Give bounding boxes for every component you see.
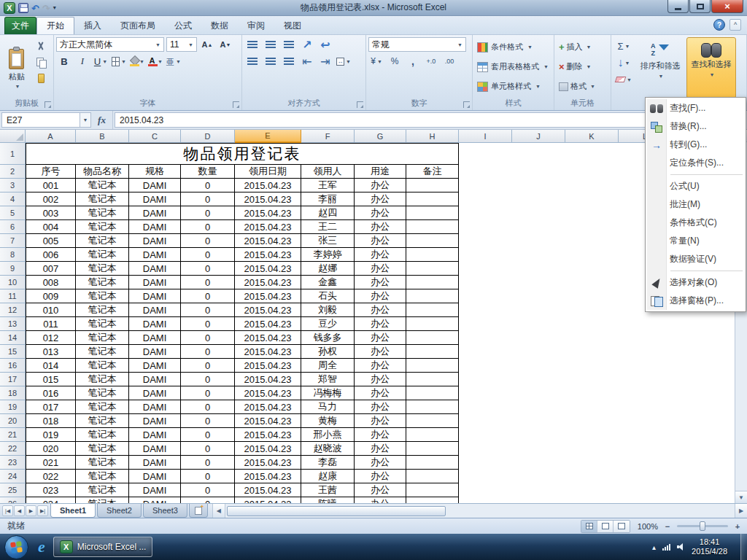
cell-F23[interactable]: 李磊 [301,456,355,470]
cell-E11[interactable]: 2015.04.23 [235,289,301,303]
row-header-21[interactable]: 21 [0,428,26,442]
cell-F24[interactable]: 赵康 [301,470,355,483]
cell-E22[interactable]: 2015.04.23 [235,442,301,456]
menu-item-goto-special[interactable]: 定位条件(S)... [647,154,744,172]
align-right-button[interactable] [281,54,297,69]
cell-B12[interactable]: 笔记本 [76,303,129,317]
cell-B13[interactable]: 笔记本 [76,317,129,331]
menu-item-selection-pane[interactable]: 选择窗格(P)... [647,292,744,310]
cell-D15[interactable]: 0 [181,345,235,359]
cell-C8[interactable]: DAMI [129,248,181,262]
cell-A4[interactable]: 002 [26,192,76,206]
row-header-13[interactable]: 13 [0,317,26,331]
ribbon-tab[interactable]: 审阅 [238,17,274,34]
cell-D18[interactable]: 0 [181,386,235,400]
clear-button[interactable]: ▼ [614,72,634,87]
cell-E18[interactable]: 2015.04.23 [235,386,301,400]
row-header-25[interactable]: 25 [0,483,26,497]
hidden-icons-arrow-icon[interactable]: ▴ [652,543,656,551]
cell-G13[interactable]: 办公 [355,317,406,331]
cell-F9[interactable]: 赵娜 [301,262,355,276]
cell-G21[interactable]: 办公 [355,428,406,442]
cell-B3[interactable]: 笔记本 [76,179,129,192]
format-cells-button[interactable]: 格式▼ [557,77,608,96]
cell-E4[interactable]: 2015.04.23 [235,192,301,206]
cell-F20[interactable]: 黄梅 [301,414,355,428]
cell-E26[interactable]: 2015.04.23 [235,497,301,503]
row-header-12[interactable]: 12 [0,303,26,317]
next-sheet-icon[interactable]: ▶ [26,505,36,516]
cell-E10[interactable]: 2015.04.23 [235,276,301,289]
cell-G19[interactable]: 办公 [355,400,406,414]
cell-G24[interactable]: 办公 [355,470,406,483]
copy-button[interactable] [33,55,49,69]
cell-A16[interactable]: 014 [26,359,76,373]
cell-F21[interactable]: 邢小燕 [301,428,355,442]
help-icon[interactable]: ? [713,19,725,31]
sort-filter-button[interactable]: 排序和筛选 ▼ [635,37,685,98]
cell-E23[interactable]: 2015.04.23 [235,456,301,470]
cell-A10[interactable]: 008 [26,276,76,289]
scroll-down-button[interactable]: ▼ [735,491,747,503]
wrap-text-button[interactable] [317,37,333,52]
cell-F8[interactable]: 李婷婷 [301,248,355,262]
row-header-2[interactable]: 2 [0,165,26,179]
minimize-ribbon-icon[interactable]: ^ [729,19,741,31]
cell-A7[interactable]: 005 [26,234,76,248]
row-header-9[interactable]: 9 [0,262,26,276]
number-dialog-launcher-icon[interactable] [463,101,470,108]
page-layout-view-button[interactable] [597,521,614,532]
cell-C11[interactable]: DAMI [129,289,181,303]
clock[interactable]: 18:41 2015/4/28 [692,537,727,556]
cell-styles-button[interactable]: 单元格样式▼ [475,77,551,96]
column-header-A[interactable]: A [26,130,76,143]
column-header-E[interactable]: E [235,130,301,143]
cell-C17[interactable]: DAMI [129,373,181,386]
cell-G11[interactable]: 办公 [355,289,406,303]
cell-C14[interactable]: DAMI [129,331,181,345]
cell-D17[interactable]: 0 [181,373,235,386]
cell-E9[interactable]: 2015.04.23 [235,262,301,276]
cell-E16[interactable]: 2015.04.23 [235,359,301,373]
ribbon-tab[interactable]: 页面布局 [111,17,165,34]
cell-D13[interactable]: 0 [181,317,235,331]
cell-B9[interactable]: 笔记本 [76,262,129,276]
cell-A22[interactable]: 020 [26,442,76,456]
cell-C13[interactable]: DAMI [129,317,181,331]
row-header-18[interactable]: 18 [0,386,26,400]
row-header-11[interactable]: 11 [0,289,26,303]
scroll-right-button[interactable]: ▶ [735,504,747,518]
horizontal-scrollbar[interactable]: ◀ ▶ [212,504,747,518]
cell-F18[interactable]: 冯梅梅 [301,386,355,400]
column-header-F[interactable]: F [301,130,355,143]
show-desktop-button[interactable] [740,534,747,560]
cell-A9[interactable]: 007 [26,262,76,276]
row-header-23[interactable]: 23 [0,456,26,470]
cell-C12[interactable]: DAMI [129,303,181,317]
ribbon-tab[interactable]: 开始 [36,17,74,34]
row-header-5[interactable]: 5 [0,206,26,220]
cell-H16[interactable] [406,359,459,373]
save-icon[interactable] [18,3,28,13]
normal-view-button[interactable] [581,521,597,532]
zoom-slider-thumb[interactable] [700,521,705,531]
cell-D4[interactable]: 0 [181,192,235,206]
cell-H20[interactable] [406,414,459,428]
row-header-24[interactable]: 24 [0,470,26,483]
cell-H18[interactable] [406,386,459,400]
comma-style-button[interactable] [405,54,421,69]
cell-H13[interactable] [406,317,459,331]
row-header-26[interactable]: 26 [0,497,26,503]
name-box[interactable]: E27 [1,112,80,128]
cell-D26[interactable]: 0 [181,497,235,503]
cell-A17[interactable]: 015 [26,373,76,386]
speaker-icon[interactable] [677,543,685,551]
cell-H2[interactable]: 备注 [406,165,459,179]
menu-item-comments[interactable]: 批注(M) [647,195,744,214]
cell-A14[interactable]: 012 [26,331,76,345]
row-header-19[interactable]: 19 [0,400,26,414]
format-as-table-button[interactable]: 套用表格格式▼ [475,57,551,77]
excel-app-icon[interactable] [4,2,15,14]
cell-D21[interactable]: 0 [181,428,235,442]
cell-B10[interactable]: 笔记本 [76,276,129,289]
